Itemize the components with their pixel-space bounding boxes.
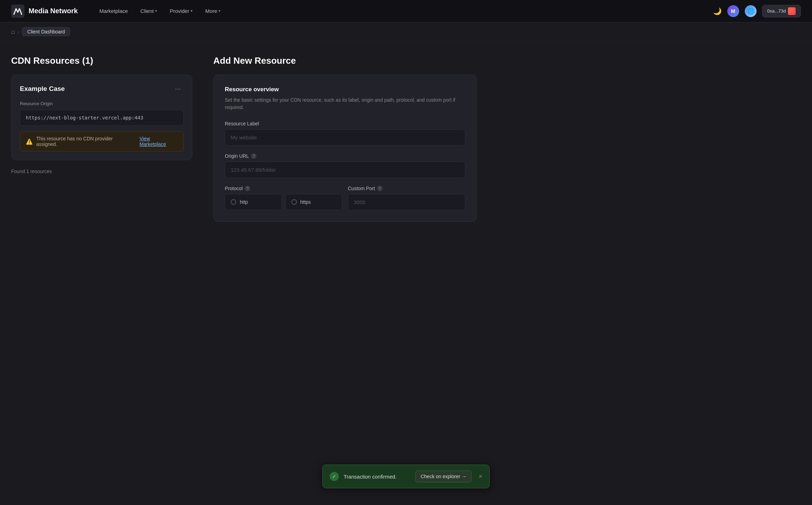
protocol-options: http https [225,194,342,210]
protocol-label: Protocol ? [225,186,342,191]
logo-icon [11,5,24,18]
warning-icon: ⚠️ [26,138,33,145]
resource-label-input[interactable] [225,129,465,146]
check-on-explorer-button[interactable]: Check on explorer → [415,471,472,482]
navbar: Media Network Marketplace Client ▾ Provi… [0,0,812,22]
warning-banner: ⚠️ This resource has no CDN provider ass… [20,131,184,152]
cdn-resources-title: CDN Resources (1) [11,55,192,66]
toast-notification: ✓ Transaction confirmed. Check on explor… [322,465,490,488]
breadcrumb-current-page: Client Dashboard [22,27,70,36]
brand-logo[interactable]: Media Network [11,5,78,18]
https-label: https [300,199,311,205]
theme-toggle-button[interactable]: 🌙 [713,7,722,15]
more-chevron: ▾ [219,9,221,13]
http-radio [231,199,236,205]
wallet-avatar [788,7,796,15]
client-chevron: ▾ [155,9,157,13]
main-nav: Marketplace Client ▾ Provider ▾ More ▾ [94,5,702,17]
found-resources-text: Found 1 resources [11,169,192,174]
nav-provider[interactable]: Provider ▾ [165,5,198,17]
main-content: CDN Resources (1) Example Case ··· Resou… [0,41,488,236]
resource-options-button[interactable]: ··· [172,83,184,94]
provider-chevron: ▾ [191,9,193,13]
https-radio [291,199,297,205]
add-resource-panel: Resource overview Set the basic settings… [213,75,477,222]
resource-card: Example Case ··· Resource Origin https:/… [11,75,192,160]
origin-url-help-icon[interactable]: ? [251,153,256,159]
resource-origin-label: Resource Origin [20,101,184,106]
http-label: http [240,199,248,205]
toast-close-button[interactable]: × [478,473,482,480]
custom-port-input[interactable] [348,194,465,210]
origin-url-label: Origin URL ? [225,153,465,159]
resource-card-header: Example Case ··· [20,83,184,94]
toast-message: Transaction confirmed. [344,474,411,480]
wallet-badge[interactable]: 0xa...73d [762,5,801,17]
avatar-m[interactable]: M [727,5,739,17]
right-column: Add New Resource Resource overview Set t… [213,55,477,222]
protocol-group: Protocol ? http https [225,186,342,210]
wallet-address: 0xa...73d [767,8,786,14]
avatar-globe[interactable]: 🌐 [745,5,757,17]
custom-port-label: Custom Port ? [348,186,465,191]
resource-label-label: Resource Label [225,121,465,126]
navbar-actions: 🌙 M 🌐 0xa...73d [713,5,801,17]
resource-origin-value: https://next-blog-starter.vercel.app:443 [20,110,184,126]
brand-name: Media Network [29,7,78,15]
custom-port-group: Custom Port ? [348,186,465,210]
toast-container: ✓ Transaction confirmed. Check on explor… [322,465,490,488]
protocol-http-option[interactable]: http [225,194,282,210]
add-resource-title: Add New Resource [213,55,477,66]
nav-client[interactable]: Client ▾ [136,5,162,17]
protocol-row: Protocol ? http https [225,186,465,210]
nav-more[interactable]: More ▾ [200,5,225,17]
left-column: CDN Resources (1) Example Case ··· Resou… [11,55,213,222]
toast-check-icon: ✓ [330,472,339,481]
view-marketplace-link[interactable]: View Marketplace [139,136,178,147]
breadcrumb-separator: › [18,29,19,34]
protocol-help-icon[interactable]: ? [245,186,250,191]
panel-section-desc: Set the basic settings for your CDN reso… [225,96,465,111]
warning-text: This resource has no CDN provider assign… [36,136,135,147]
breadcrumb: ⌂ › Client Dashboard [0,22,812,41]
panel-section-title: Resource overview [225,86,465,93]
protocol-https-option[interactable]: https [285,194,343,210]
origin-url-input[interactable] [225,162,465,178]
breadcrumb-home-icon[interactable]: ⌂ [11,28,15,36]
port-help-icon[interactable]: ? [377,186,383,191]
resource-card-title: Example Case [20,85,65,93]
nav-marketplace[interactable]: Marketplace [94,5,133,17]
